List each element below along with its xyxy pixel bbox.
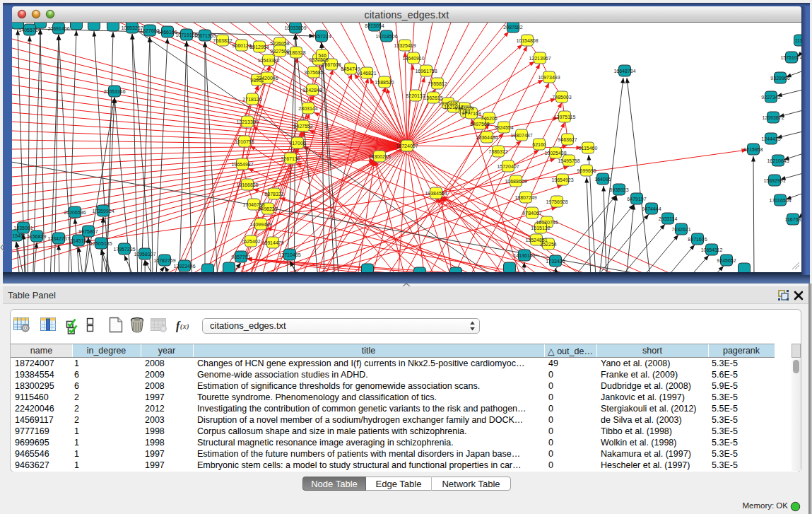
svg-text:6466160: 6466160 <box>158 30 177 35</box>
svg-text:62160: 62160 <box>532 142 546 147</box>
svg-text:7386372: 7386372 <box>488 149 507 154</box>
svg-text:1527602: 1527602 <box>140 28 159 33</box>
svg-text:9975867: 9975867 <box>78 229 98 234</box>
svg-text:18807249: 18807249 <box>514 195 536 200</box>
svg-text:3267130: 3267130 <box>281 156 300 161</box>
svg-text:417006: 417006 <box>289 141 305 146</box>
svg-text:19166825: 19166825 <box>236 182 258 187</box>
svg-text:14136141: 14136141 <box>513 253 535 258</box>
svg-text:2933114: 2933114 <box>659 216 678 221</box>
svg-text:5498222: 5498222 <box>258 206 277 211</box>
svg-text:10154808: 10154808 <box>516 38 538 43</box>
svg-text:(x): (x) <box>180 322 189 331</box>
svg-text:9474444: 9474444 <box>642 206 661 211</box>
svg-text:7632621: 7632621 <box>671 227 690 232</box>
svg-text:9784067: 9784067 <box>522 211 541 216</box>
svg-text:20206536: 20206536 <box>64 210 86 215</box>
svg-text:8427552: 8427552 <box>293 124 312 129</box>
svg-text:18640910: 18640910 <box>402 56 424 61</box>
svg-text:1244415: 1244415 <box>761 136 780 141</box>
svg-text:16782759: 16782759 <box>153 258 175 263</box>
svg-text:17359924: 17359924 <box>92 209 114 214</box>
svg-text:12342737: 12342737 <box>47 236 69 241</box>
svg-text:8878332: 8878332 <box>264 192 283 197</box>
svg-text:15692991: 15692991 <box>763 178 785 183</box>
svg-text:1588520: 1588520 <box>375 80 394 85</box>
svg-text:2718126: 2718126 <box>242 97 261 102</box>
svg-text:14099489: 14099489 <box>249 222 271 227</box>
svg-text:2867608: 2867608 <box>322 62 341 67</box>
svg-text:16914479: 16914479 <box>261 240 283 245</box>
svg-text:16120746: 16120746 <box>536 220 558 225</box>
svg-text:12505135: 12505135 <box>90 241 112 246</box>
svg-text:7663822: 7663822 <box>213 38 232 43</box>
svg-text:9463627: 9463627 <box>558 137 577 142</box>
svg-text:15751074: 15751074 <box>780 55 801 60</box>
svg-text:19218506: 19218506 <box>375 34 397 39</box>
svg-text:10807487: 10807487 <box>510 133 532 138</box>
svg-text:14055714: 14055714 <box>18 28 40 33</box>
svg-text:19384554: 19384554 <box>425 191 447 196</box>
svg-text:1362615: 1362615 <box>423 95 442 100</box>
svg-text:13325419: 13325419 <box>394 43 416 48</box>
svg-text:9115460: 9115460 <box>579 146 598 151</box>
svg-text:7857224: 7857224 <box>312 34 331 39</box>
svg-text:1733426: 1733426 <box>546 259 565 264</box>
svg-text:19756928: 19756928 <box>546 199 567 204</box>
svg-text:15495758: 15495758 <box>558 158 579 163</box>
svg-text:8215958: 8215958 <box>743 147 763 152</box>
svg-text:16671355: 16671355 <box>194 33 216 38</box>
svg-text:1156829: 1156829 <box>28 234 47 239</box>
svg-text:1621012: 1621012 <box>444 105 463 110</box>
svg-text:116753: 116753 <box>785 217 801 222</box>
svg-text:12213389: 12213389 <box>236 119 258 124</box>
svg-text:10958107: 10958107 <box>134 252 155 257</box>
svg-text:7485003: 7485003 <box>552 95 571 100</box>
svg-text:9329966: 9329966 <box>770 76 789 81</box>
svg-text:16961758: 16961758 <box>415 69 437 74</box>
svg-text:17016504: 17016504 <box>769 198 791 203</box>
svg-text:12093872: 12093872 <box>762 115 784 120</box>
svg-text:10543382: 10543382 <box>257 58 279 63</box>
svg-text:9245652: 9245652 <box>717 258 736 263</box>
svg-text:9777169: 9777169 <box>461 111 481 116</box>
svg-text:17957235: 17957235 <box>113 247 135 252</box>
svg-text:13975115: 13975115 <box>554 115 576 119</box>
svg-text:20364436: 20364436 <box>476 135 498 140</box>
svg-text:9327508: 9327508 <box>309 57 328 62</box>
svg-text:16033809: 16033809 <box>284 25 306 30</box>
svg-text:10973493: 10973493 <box>538 75 560 80</box>
svg-text:20691406: 20691406 <box>47 26 69 31</box>
svg-text:1112: 1112 <box>795 38 801 43</box>
svg-text:546: 546 <box>318 53 326 58</box>
svg-text:3675685: 3675685 <box>304 70 323 75</box>
svg-text:9857791: 9857791 <box>231 255 250 259</box>
svg-text:746206: 746206 <box>481 116 497 121</box>
svg-text:18300215: 18300215 <box>368 154 390 159</box>
svg-text:8220137: 8220137 <box>406 93 425 98</box>
svg-text:9146821: 9146821 <box>357 71 376 76</box>
svg-text:8186328: 8186328 <box>286 50 305 55</box>
svg-text:10025438: 10025438 <box>544 151 566 156</box>
svg-text:18724007: 18724007 <box>396 144 418 148</box>
svg-text:2087682: 2087682 <box>503 25 522 30</box>
svg-text:15720407: 15720407 <box>497 164 519 169</box>
svg-text:13710485: 13710485 <box>278 252 300 257</box>
svg-text:9660123: 9660123 <box>232 43 251 48</box>
svg-text:20053346: 20053346 <box>103 89 125 94</box>
svg-text:114519: 114519 <box>71 238 87 243</box>
svg-text:19654923: 19654923 <box>551 177 573 182</box>
svg-text:1615132: 1615132 <box>531 226 550 230</box>
svg-text:10654112: 10654112 <box>701 247 723 252</box>
svg-text:1010755: 1010755 <box>235 139 254 144</box>
svg-text:1835061: 1835061 <box>13 226 33 230</box>
svg-text:12213967: 12213967 <box>529 56 551 61</box>
svg-text:9227342: 9227342 <box>761 95 780 100</box>
svg-text:16648784: 16648784 <box>613 69 635 74</box>
svg-text:7955812: 7955812 <box>428 81 447 86</box>
svg-text:8813054: 8813054 <box>365 23 384 28</box>
svg-text:7625402: 7625402 <box>241 239 260 244</box>
svg-text:2803144: 2803144 <box>298 106 317 111</box>
svg-text:23420046: 23420046 <box>256 76 278 81</box>
svg-text:6479197: 6479197 <box>627 197 646 201</box>
